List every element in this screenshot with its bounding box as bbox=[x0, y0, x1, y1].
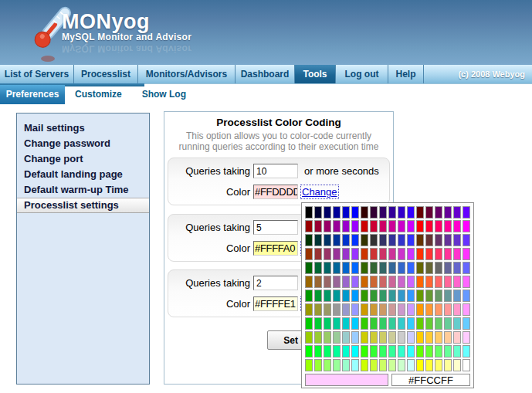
palette-swatch[interactable] bbox=[305, 331, 313, 344]
palette-swatch[interactable] bbox=[453, 206, 461, 219]
palette-swatch[interactable] bbox=[324, 220, 331, 232]
palette-swatch[interactable] bbox=[416, 359, 424, 371]
palette-swatch[interactable] bbox=[425, 220, 433, 232]
nav-tab-help[interactable]: Help bbox=[388, 65, 424, 83]
palette-swatch[interactable] bbox=[435, 359, 442, 371]
palette-swatch[interactable] bbox=[453, 303, 461, 316]
palette-swatch[interactable] bbox=[398, 234, 405, 246]
palette-swatch[interactable] bbox=[305, 359, 313, 371]
palette-swatch[interactable] bbox=[388, 303, 396, 316]
palette-swatch[interactable] bbox=[324, 262, 331, 274]
palette-swatch[interactable] bbox=[342, 290, 350, 302]
palette-swatch[interactable] bbox=[444, 206, 452, 219]
palette-swatch[interactable] bbox=[370, 331, 378, 344]
palette-swatch[interactable] bbox=[407, 206, 415, 219]
palette-swatch[interactable] bbox=[444, 359, 452, 371]
palette-swatch[interactable] bbox=[305, 234, 313, 246]
palette-swatch[interactable] bbox=[333, 303, 341, 316]
palette-swatch[interactable] bbox=[444, 248, 452, 260]
palette-swatch[interactable] bbox=[463, 290, 470, 302]
palette-swatch[interactable] bbox=[425, 276, 433, 288]
palette-swatch[interactable] bbox=[361, 234, 368, 246]
palette-swatch[interactable] bbox=[444, 331, 452, 344]
palette-swatch[interactable] bbox=[388, 248, 396, 260]
palette-swatch[interactable] bbox=[435, 206, 442, 219]
palette-swatch[interactable] bbox=[388, 345, 396, 357]
palette-swatch[interactable] bbox=[305, 276, 313, 288]
palette-swatch[interactable] bbox=[407, 345, 415, 357]
palette-swatch[interactable] bbox=[407, 303, 415, 316]
palette-swatch[interactable] bbox=[351, 206, 359, 219]
palette-swatch[interactable] bbox=[324, 290, 331, 302]
palette-swatch[interactable] bbox=[361, 317, 368, 330]
palette-swatch[interactable] bbox=[361, 206, 368, 219]
change-color-link[interactable]: Change bbox=[302, 186, 337, 198]
palette-swatch[interactable] bbox=[407, 262, 415, 274]
palette-swatch[interactable] bbox=[398, 220, 405, 232]
palette-swatch[interactable] bbox=[463, 234, 470, 246]
palette-swatch[interactable] bbox=[453, 331, 461, 344]
palette-swatch[interactable] bbox=[342, 303, 350, 316]
palette-swatch[interactable] bbox=[435, 248, 442, 260]
palette-swatch[interactable] bbox=[324, 303, 331, 316]
sidebar-item-mail-settings[interactable]: Mail settings bbox=[17, 120, 149, 136]
palette-swatch[interactable] bbox=[351, 248, 359, 260]
palette-swatch[interactable] bbox=[425, 262, 433, 274]
palette-swatch[interactable] bbox=[361, 331, 368, 344]
palette-swatch[interactable] bbox=[416, 317, 424, 330]
nav-tab-monitors-advisors[interactable]: Monitors/Advisors bbox=[138, 65, 236, 83]
palette-swatch[interactable] bbox=[388, 317, 396, 330]
palette-swatch[interactable] bbox=[370, 345, 378, 357]
palette-swatch[interactable] bbox=[305, 317, 313, 330]
palette-swatch[interactable] bbox=[351, 317, 359, 330]
palette-swatch[interactable] bbox=[314, 290, 322, 302]
palette-swatch[interactable] bbox=[425, 331, 433, 344]
palette-swatch[interactable] bbox=[361, 220, 368, 232]
palette-swatch[interactable] bbox=[453, 345, 461, 357]
palette-swatch[interactable] bbox=[342, 234, 350, 246]
palette-swatch[interactable] bbox=[416, 262, 424, 274]
palette-swatch[interactable] bbox=[324, 248, 331, 260]
palette-swatch[interactable] bbox=[314, 359, 322, 371]
palette-swatch[interactable] bbox=[379, 290, 387, 302]
palette-swatch[interactable] bbox=[388, 359, 396, 371]
palette-swatch[interactable] bbox=[305, 206, 313, 219]
palette-swatch[interactable] bbox=[305, 303, 313, 316]
subnav-tab-show-log[interactable]: Show Log bbox=[142, 85, 186, 104]
palette-swatch[interactable] bbox=[379, 331, 387, 344]
palette-swatch[interactable] bbox=[305, 262, 313, 274]
palette-swatch[interactable] bbox=[342, 206, 350, 219]
subnav-tab-preferences[interactable]: Preferences bbox=[0, 85, 65, 104]
palette-swatch[interactable] bbox=[398, 276, 405, 288]
palette-swatch[interactable] bbox=[463, 331, 470, 344]
palette-swatch[interactable] bbox=[314, 345, 322, 357]
seconds-input[interactable] bbox=[253, 276, 298, 290]
palette-swatch[interactable] bbox=[407, 331, 415, 344]
palette-swatch[interactable] bbox=[425, 290, 433, 302]
palette-swatch[interactable] bbox=[388, 220, 396, 232]
palette-swatch[interactable] bbox=[435, 262, 442, 274]
palette-swatch[interactable] bbox=[370, 262, 378, 274]
nav-tab-log-out[interactable]: Log out bbox=[336, 65, 388, 83]
palette-swatch[interactable] bbox=[379, 317, 387, 330]
palette-swatch[interactable] bbox=[370, 248, 378, 260]
palette-swatch[interactable] bbox=[444, 317, 452, 330]
palette-swatch[interactable] bbox=[314, 331, 322, 344]
palette-swatch[interactable] bbox=[351, 290, 359, 302]
palette-swatch[interactable] bbox=[314, 220, 322, 232]
palette-swatch[interactable] bbox=[425, 317, 433, 330]
palette-swatch[interactable] bbox=[361, 359, 368, 371]
sidebar-item-default-warm-up-time[interactable]: Default warm-up Time bbox=[17, 182, 149, 198]
nav-tab-processlist[interactable]: Processlist bbox=[74, 65, 138, 83]
palette-swatch[interactable] bbox=[407, 317, 415, 330]
palette-swatch[interactable] bbox=[435, 331, 442, 344]
palette-swatch[interactable] bbox=[425, 303, 433, 316]
palette-swatch[interactable] bbox=[398, 345, 405, 357]
palette-swatch[interactable] bbox=[370, 276, 378, 288]
palette-swatch[interactable] bbox=[342, 220, 350, 232]
palette-swatch[interactable] bbox=[361, 276, 368, 288]
palette-swatch[interactable] bbox=[342, 276, 350, 288]
palette-swatch[interactable] bbox=[416, 345, 424, 357]
palette-swatch[interactable] bbox=[435, 290, 442, 302]
palette-swatch[interactable] bbox=[453, 359, 461, 371]
